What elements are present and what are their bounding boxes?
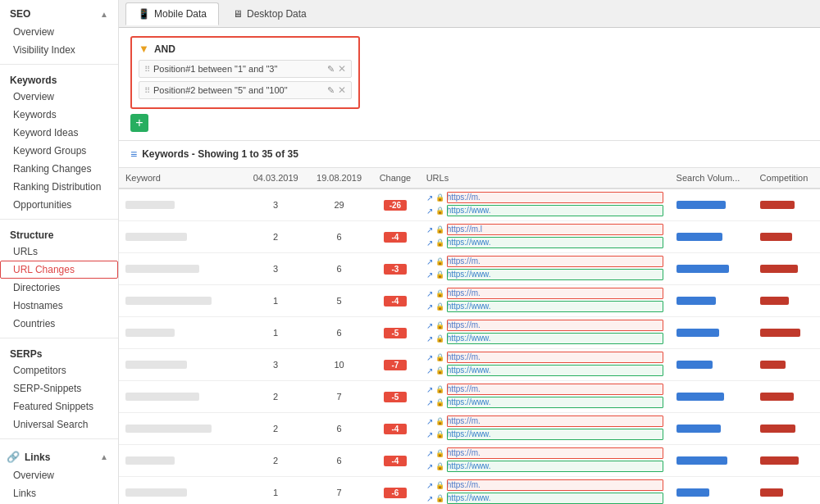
url-external-icon-2[interactable]: ↗ bbox=[426, 462, 433, 471]
url-external-icon-2[interactable]: ↗ bbox=[426, 334, 433, 343]
sidebar-item-directories[interactable]: Directories bbox=[0, 279, 118, 297]
url-highlight-1 bbox=[447, 256, 663, 267]
url-external-icon-2[interactable]: ↗ bbox=[426, 494, 433, 503]
comp-bar bbox=[760, 329, 800, 337]
structure-section-label: Structure bbox=[10, 229, 53, 241]
sidebar-item-countries[interactable]: Countries bbox=[0, 315, 118, 333]
url-highlight-2 bbox=[447, 397, 663, 408]
add-filter-button[interactable]: + bbox=[130, 114, 148, 132]
sidebar-item-hostnames[interactable]: Hostnames bbox=[0, 297, 118, 315]
url-lock-icon-2: 🔒 bbox=[435, 462, 444, 470]
tab-desktop[interactable]: 🖥 Desktop Data bbox=[221, 2, 319, 25]
url-highlight-2 bbox=[447, 333, 663, 344]
tab-mobile[interactable]: 📱 Mobile Data bbox=[125, 2, 219, 25]
url-bar-1: https://m. bbox=[447, 192, 663, 203]
url-highlight-1 bbox=[447, 384, 663, 395]
pos1-cell: 2 bbox=[244, 445, 307, 477]
remove-icon-1[interactable]: ✕ bbox=[338, 63, 346, 75]
url-row-1: ↗ 🔒 https://m. bbox=[426, 320, 663, 331]
comp-bar bbox=[760, 361, 786, 369]
table-row: 3 10 -7 ↗ 🔒 https://m. ↗ 🔒 https://www. bbox=[119, 349, 820, 381]
url-external-icon-2[interactable]: ↗ bbox=[426, 207, 433, 216]
change-cell: -4 bbox=[371, 445, 419, 477]
sidebar-item-serp-snippets[interactable]: SERP-Snippets bbox=[0, 379, 118, 397]
sidebar-item-urls[interactable]: URLs bbox=[0, 243, 118, 261]
url-row-2: ↗ 🔒 https://www. bbox=[426, 301, 663, 312]
url-cell: ↗ 🔒 https://m. ↗ 🔒 https://www. bbox=[420, 188, 670, 221]
sidebar-item-links-overview[interactable]: Overview bbox=[0, 466, 118, 484]
sidebar-item-kw-overview[interactable]: Overview bbox=[0, 88, 118, 106]
table-head-row: Keyword 04.03.2019 19.08.2019 Change URL… bbox=[119, 168, 820, 188]
url-cell: ↗ 🔒 https://m. ↗ 🔒 https://www. bbox=[420, 285, 670, 317]
url-bar-1: https://m. bbox=[447, 479, 663, 491]
url-external-icon-1[interactable]: ↗ bbox=[426, 481, 433, 490]
keyword-cell bbox=[119, 349, 244, 381]
col-competition[interactable]: Competition bbox=[754, 168, 820, 188]
sidebar-item-visibility-index[interactable]: Visibility Index bbox=[0, 41, 118, 59]
url-external-icon-1[interactable]: ↗ bbox=[426, 225, 433, 234]
sidebar-item-kw-keywords[interactable]: Keywords bbox=[0, 106, 118, 124]
url-external-icon-1[interactable]: ↗ bbox=[426, 321, 433, 330]
sidebar-item-ranking-dist[interactable]: Ranking Distribution bbox=[0, 178, 118, 196]
url-external-icon-2[interactable]: ↗ bbox=[426, 430, 433, 439]
change-cell: -5 bbox=[371, 317, 419, 349]
url-bar-2: https://www. bbox=[447, 429, 663, 440]
col-search-vol[interactable]: Search Volum... bbox=[670, 168, 754, 188]
url-external-icon-1[interactable]: ↗ bbox=[426, 449, 433, 458]
url-external-icon-1[interactable]: ↗ bbox=[426, 193, 433, 202]
edit-icon-2[interactable]: ✎ bbox=[327, 85, 335, 96]
url-external-icon-2[interactable]: ↗ bbox=[426, 398, 433, 407]
url-highlight-1 bbox=[447, 224, 663, 235]
sidebar-item-url-changes[interactable]: URL Changes bbox=[0, 261, 118, 279]
col-date2[interactable]: 19.08.2019 bbox=[308, 168, 371, 188]
remove-icon-2[interactable]: ✕ bbox=[338, 84, 346, 96]
sv-cell bbox=[670, 285, 754, 317]
url-highlight-1 bbox=[447, 288, 663, 299]
filter-and-label: AND bbox=[154, 43, 175, 55]
sidebar-section-seo[interactable]: SEO ▲ bbox=[0, 0, 118, 23]
url-external-icon-1[interactable]: ↗ bbox=[426, 417, 433, 426]
pos2-cell: 6 bbox=[308, 317, 371, 349]
pos1-cell: 2 bbox=[244, 221, 307, 253]
url-external-icon-2[interactable]: ↗ bbox=[426, 302, 433, 311]
table-row: 1 5 -4 ↗ 🔒 https://m. ↗ 🔒 https://www. bbox=[119, 285, 820, 317]
sidebar-item-kw-ideas[interactable]: Keyword Ideas bbox=[0, 124, 118, 142]
col-change[interactable]: Change bbox=[371, 168, 419, 188]
sidebar-item-universal-search[interactable]: Universal Search bbox=[0, 415, 118, 434]
pos1-cell: 1 bbox=[244, 477, 307, 505]
url-external-icon-1[interactable]: ↗ bbox=[426, 353, 433, 362]
url-external-icon-1[interactable]: ↗ bbox=[426, 289, 433, 298]
url-cell: ↗ 🔒 https://m. ↗ 🔒 https://www. bbox=[420, 445, 670, 477]
url-external-icon-2[interactable]: ↗ bbox=[426, 366, 433, 375]
sidebar-item-ranking-changes[interactable]: Ranking Changes bbox=[0, 160, 118, 178]
sidebar-section-links[interactable]: 🔗 Links ▲ bbox=[0, 444, 118, 466]
table-row: 1 6 -5 ↗ 🔒 https://m. ↗ 🔒 https://www. bbox=[119, 317, 820, 349]
sidebar-item-competitors[interactable]: Competitors bbox=[0, 361, 118, 379]
change-badge: -5 bbox=[384, 328, 407, 338]
edit-icon-1[interactable]: ✎ bbox=[327, 64, 335, 75]
sidebar-item-kw-groups[interactable]: Keyword Groups bbox=[0, 142, 118, 160]
col-date1[interactable]: 04.03.2019 bbox=[244, 168, 307, 188]
keywords-table: Keyword 04.03.2019 19.08.2019 Change URL… bbox=[119, 168, 820, 504]
url-external-icon-1[interactable]: ↗ bbox=[426, 385, 433, 394]
url-bar-1: https://m. bbox=[447, 320, 663, 331]
sidebar-section-serps: SERPs bbox=[0, 343, 118, 361]
url-bar-1: https://m. bbox=[447, 384, 663, 395]
url-bar-1: https://m. bbox=[447, 256, 663, 267]
url-external-icon-1[interactable]: ↗ bbox=[426, 257, 433, 266]
comp-bar bbox=[760, 393, 794, 401]
sidebar-item-opportunities[interactable]: Opportunities bbox=[0, 196, 118, 214]
sidebar-item-links-links[interactable]: Links bbox=[0, 484, 118, 502]
sidebar-item-seo-overview[interactable]: Overview bbox=[0, 23, 118, 41]
sidebar-item-featured-snippets[interactable]: Featured Snippets bbox=[0, 397, 118, 415]
link-icon: 🔗 bbox=[7, 451, 20, 463]
keyword-cell bbox=[119, 413, 244, 445]
keyword-cell bbox=[119, 285, 244, 317]
sv-bar bbox=[676, 488, 709, 497]
url-lock-icon-1: 🔒 bbox=[435, 417, 444, 425]
url-bar-2: https://www. bbox=[447, 397, 663, 408]
url-lock-icon-1: 🔒 bbox=[435, 481, 444, 489]
url-external-icon-2[interactable]: ↗ bbox=[426, 270, 433, 279]
url-external-icon-2[interactable]: ↗ bbox=[426, 238, 433, 247]
change-badge: -4 bbox=[384, 296, 407, 306]
